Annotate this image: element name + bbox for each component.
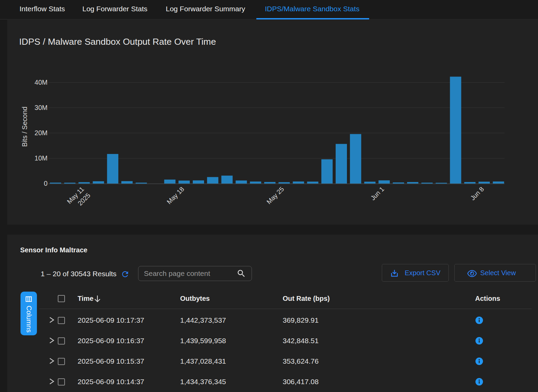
svg-text:30M: 30M xyxy=(35,104,48,111)
svg-text:Bits / Second: Bits / Second xyxy=(21,107,28,147)
svg-text:0: 0 xyxy=(44,180,48,187)
svg-text:May 112025: May 112025 xyxy=(66,185,92,211)
svg-text:Jun 1: Jun 1 xyxy=(369,185,386,202)
svg-text:May 25: May 25 xyxy=(265,185,285,206)
svg-text:May 18: May 18 xyxy=(165,185,186,206)
svg-text:20M: 20M xyxy=(35,129,48,137)
svg-text:Jun 8: Jun 8 xyxy=(469,185,485,202)
svg-text:10M: 10M xyxy=(35,154,48,162)
svg-text:40M: 40M xyxy=(35,79,48,86)
